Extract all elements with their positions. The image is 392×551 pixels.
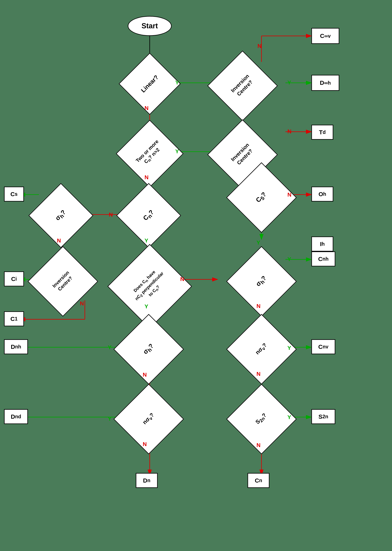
linear-diamond: Linear? — [128, 62, 172, 106]
c1-node: C1 — [4, 311, 24, 326]
cn1-diamond: Cn? — [126, 193, 172, 238]
inv3-no-label: N — [80, 300, 84, 307]
s2n-no-label: N — [257, 442, 260, 448]
sigmah2-yes-label: Y — [287, 256, 291, 262]
s2n-yes-label: Y — [287, 414, 291, 420]
ih-node: Ih — [311, 237, 333, 251]
dnh-node: Dnh — [4, 339, 28, 354]
sigmav1-diamond: nσv? — [237, 324, 287, 374]
sigmah3-diamond: σh? — [124, 324, 174, 374]
does-cn-diamond: Does Cn havenC2 perpendicularto Cn? — [120, 257, 180, 316]
dinf-h-node: D∞h — [311, 75, 339, 91]
sigmah2-diamond: σh? — [237, 257, 287, 306]
s2n-node: S2n — [311, 409, 335, 424]
cn-final-node: Cn — [247, 473, 269, 488]
linear-yes-label: Y — [175, 79, 179, 86]
cn1-no-label: N — [109, 211, 113, 218]
sigmah1-no-label: N — [57, 237, 61, 244]
sigmah1-diamond: σh? — [38, 193, 84, 238]
cnv-node: Cnv — [311, 339, 335, 354]
inv2-no-label: N — [287, 128, 291, 135]
sigmav2-diamond: nσv? — [124, 394, 174, 444]
c5-diamond: C5? — [237, 173, 287, 223]
sigmav2-no-label: N — [143, 441, 147, 447]
sigmav2-yes-label: Y — [108, 416, 112, 422]
cinf-v-node: C∞v — [311, 28, 339, 44]
inversion3-diamond: InversionCentre? — [38, 257, 88, 306]
dn-node: Dn — [136, 473, 158, 488]
two-cn-diamond: Two or moreCn? n>2 — [126, 130, 174, 178]
start-node: Start — [128, 16, 172, 36]
c5-no-label: N — [287, 192, 291, 198]
c5-yes-label: Y — [257, 239, 260, 246]
inv1-no-label: N — [258, 43, 261, 49]
twocn-yes-label: Y — [175, 148, 179, 155]
s2n-diamond: S2n? — [237, 394, 287, 444]
sigmah3-no-label: N — [143, 372, 147, 378]
flowchart: Start Linear? Y N InversionCentre? Y N C… — [0, 0, 392, 551]
sigmah3-yes-label: Y — [108, 344, 112, 351]
cnh-node: Cnh — [311, 251, 335, 266]
inv1-yes-label: Y — [287, 79, 291, 86]
cn1-yes-label: Y — [145, 237, 148, 244]
doescn-no-label: N — [180, 276, 184, 282]
dnd-node: Dnd — [4, 409, 28, 424]
sigmav1-no-label: N — [257, 371, 260, 377]
ci-node: Ci — [4, 272, 24, 286]
td-node: Td — [311, 125, 333, 140]
oh-node: Oh — [311, 187, 333, 202]
cs-node: Cs — [4, 187, 24, 202]
sigmav1-yes-label: Y — [287, 345, 291, 351]
linear-no-label: N — [145, 105, 148, 111]
sigmah2-no-label: N — [257, 303, 260, 309]
inversion1-diamond: InversionCentre? — [217, 61, 267, 111]
twocn-no-label: N — [145, 174, 148, 181]
